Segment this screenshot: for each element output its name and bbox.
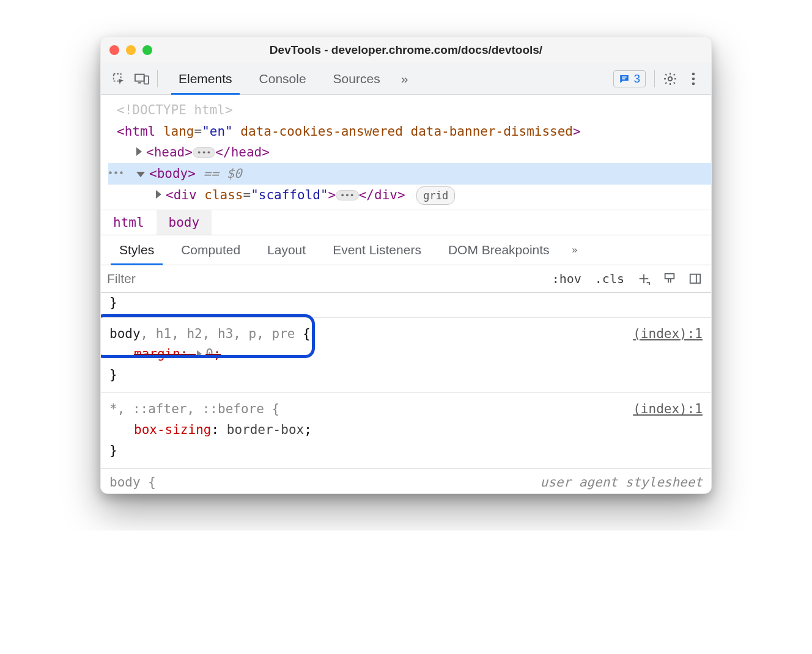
rule-selector[interactable]: body, h1, h2, h3, p, pre { (109, 324, 703, 345)
dom-node-html[interactable]: <html lang="en" data-cookies-answered da… (108, 121, 711, 142)
rule-declaration-margin[interactable]: margin: 0; (109, 344, 703, 365)
cls-button[interactable]: .cls (591, 270, 628, 287)
dom-node-partial[interactable]: <announcement-banner class="cookie-banne… (108, 205, 711, 210)
kebab-menu-button[interactable] (682, 67, 705, 90)
row-menu-icon[interactable]: ••• (108, 166, 124, 182)
rule-source-link[interactable]: (index):1 (633, 399, 703, 420)
crumb-body[interactable]: body (157, 210, 212, 235)
styles-filter-input[interactable] (107, 271, 542, 286)
rule-brace-close: } (109, 365, 703, 386)
svg-rect-1 (135, 74, 144, 81)
style-rule-universal[interactable]: (index):1 *, ::after, ::before { box-siz… (101, 393, 711, 469)
breadcrumb: html body (101, 210, 711, 235)
chat-icon (619, 73, 630, 84)
window-title: DevTools - developer.chrome.com/docs/dev… (101, 43, 711, 57)
styles-copy-button[interactable] (660, 269, 679, 288)
svg-rect-12 (665, 274, 674, 279)
issues-count: 3 (633, 72, 640, 86)
grid-badge[interactable]: grid (416, 186, 455, 205)
more-tabs-button[interactable]: » (394, 63, 416, 94)
svg-rect-13 (690, 274, 701, 284)
rule-selector[interactable]: *, ::after, ::before { (109, 399, 703, 420)
expand-arrow-icon[interactable] (156, 190, 161, 199)
issues-button[interactable]: 3 (613, 70, 646, 87)
tab-elements[interactable]: Elements (165, 63, 246, 94)
toolbar-separator (654, 70, 655, 87)
subtab-styles[interactable]: Styles (106, 235, 168, 265)
kebab-icon (692, 72, 695, 86)
user-agent-label: user agent stylesheet (540, 472, 703, 493)
tab-sources[interactable]: Sources (320, 63, 394, 94)
settings-button[interactable] (659, 67, 682, 90)
rule-declaration-box-sizing[interactable]: box-sizing: border-box; (109, 420, 703, 441)
expand-arrow-icon[interactable] (136, 147, 142, 156)
svg-point-6 (668, 76, 672, 80)
brush-icon (663, 272, 676, 285)
rule-source-link[interactable]: (index):1 (633, 324, 703, 345)
hov-button[interactable]: :hov (548, 270, 585, 287)
dom-node-body[interactable]: ••• <body> == $0 (108, 163, 711, 185)
subtab-event-listeners[interactable]: Event Listeners (319, 235, 435, 265)
crumb-html[interactable]: html (101, 210, 157, 235)
device-toolbar-icon[interactable] (130, 67, 153, 90)
dom-node-doctype[interactable]: <!DOCTYPE html> (108, 100, 711, 121)
tab-console[interactable]: Console (246, 63, 320, 94)
more-subtabs-button[interactable]: » (563, 244, 586, 255)
minimize-window-button[interactable] (126, 45, 136, 55)
style-rule-useragent[interactable]: body { user agent stylesheet (101, 469, 711, 493)
dom-tree[interactable]: <!DOCTYPE html> <html lang="en" data-coo… (101, 95, 711, 210)
styles-tabbar: Styles Computed Layout Event Listeners D… (101, 235, 711, 265)
svg-point-7 (692, 72, 695, 75)
dom-node-head[interactable]: <head>•••</head> (108, 142, 711, 163)
panel-tabs: Elements Console Sources » (165, 63, 415, 94)
plus-icon (637, 272, 651, 285)
rule-brace-close: } (101, 293, 711, 318)
styles-filter-row: :hov .cls (101, 265, 711, 293)
inspect-element-icon[interactable] (107, 67, 130, 90)
rule-brace-close: } (109, 441, 703, 461)
devtools-window: DevTools - developer.chrome.com/docs/dev… (100, 37, 712, 494)
traffic-lights (109, 45, 152, 55)
panel-icon (688, 272, 702, 285)
new-style-rule-button[interactable] (634, 269, 654, 288)
dom-node-div[interactable]: <div class="scaffold">•••</div> grid (108, 185, 711, 206)
titlebar: DevTools - developer.chrome.com/docs/dev… (101, 37, 711, 63)
gear-icon (663, 72, 677, 86)
collapse-arrow-icon[interactable] (136, 172, 145, 177)
toolbar-separator (157, 70, 158, 87)
styles-rules: } (index):1 body, h1, h2, h3, p, pre { m… (101, 293, 711, 493)
style-rule-body[interactable]: (index):1 body, h1, h2, h3, p, pre { mar… (101, 318, 711, 394)
svg-rect-3 (144, 76, 149, 84)
ellipsis-icon[interactable]: ••• (336, 190, 358, 200)
svg-point-9 (692, 82, 695, 85)
close-window-button[interactable] (109, 45, 119, 55)
main-toolbar: Elements Console Sources » 3 (101, 63, 711, 95)
expand-arrow-icon[interactable] (197, 350, 202, 358)
svg-point-8 (692, 77, 695, 80)
subtab-dom-breakpoints[interactable]: DOM Breakpoints (435, 235, 563, 265)
computed-sidebar-button[interactable] (685, 269, 705, 288)
ellipsis-icon[interactable]: ••• (193, 147, 215, 158)
subtab-computed[interactable]: Computed (168, 235, 254, 265)
zoom-window-button[interactable] (142, 45, 152, 55)
subtab-layout[interactable]: Layout (254, 235, 319, 265)
